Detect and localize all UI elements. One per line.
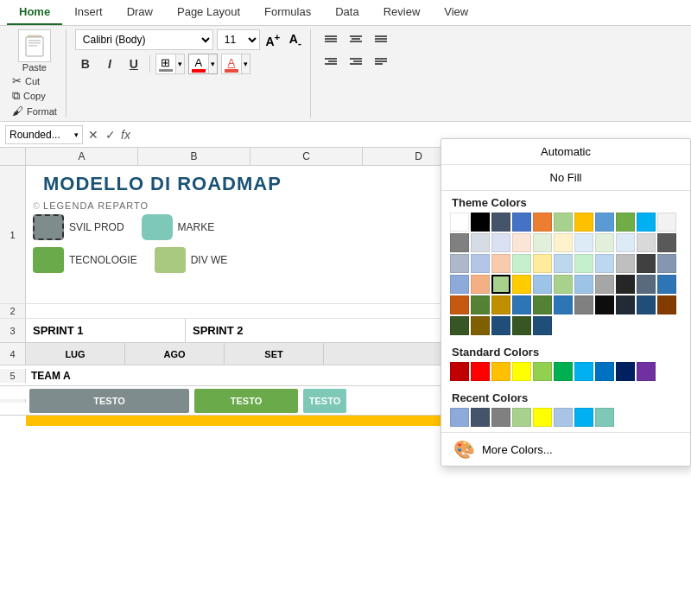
- standard-color-swatch[interactable]: [574, 362, 593, 381]
- theme-color-swatch[interactable]: [554, 233, 573, 252]
- tab-page-layout[interactable]: Page Layout: [165, 0, 252, 25]
- theme-color-swatch[interactable]: [637, 213, 656, 232]
- increase-font-button[interactable]: A+: [263, 30, 282, 49]
- tab-data[interactable]: Data: [323, 0, 371, 25]
- indent-increase-button[interactable]: [345, 52, 367, 71]
- theme-color-swatch[interactable]: [471, 295, 490, 314]
- theme-color-swatch[interactable]: [637, 275, 656, 294]
- theme-color-swatch[interactable]: [512, 213, 531, 232]
- theme-color-swatch[interactable]: [554, 295, 573, 314]
- theme-color-swatch[interactable]: [657, 295, 676, 314]
- recent-color-swatch[interactable]: [512, 408, 531, 427]
- font-name-select[interactable]: Calibri (Body): [75, 29, 213, 50]
- font-size-select[interactable]: 11: [217, 29, 260, 50]
- wrap-text-button[interactable]: [370, 52, 392, 71]
- theme-color-swatch[interactable]: [533, 213, 552, 232]
- theme-color-swatch[interactable]: [616, 233, 635, 252]
- theme-color-swatch[interactable]: [512, 275, 531, 294]
- standard-color-swatch[interactable]: [637, 362, 656, 381]
- cut-button[interactable]: ✂ Cut: [12, 74, 57, 87]
- align-center-button[interactable]: [345, 29, 367, 48]
- standard-color-swatch[interactable]: [471, 362, 490, 381]
- tab-insert[interactable]: Insert: [62, 0, 115, 25]
- font-color-dropdown-arrow[interactable]: ▾: [241, 54, 250, 73]
- theme-color-swatch[interactable]: [491, 316, 510, 335]
- theme-color-swatch[interactable]: [574, 213, 593, 232]
- decrease-font-button[interactable]: A-: [286, 30, 305, 49]
- theme-color-swatch[interactable]: [616, 295, 635, 314]
- underline-button[interactable]: U: [124, 54, 144, 74]
- col-a-header[interactable]: A: [26, 148, 138, 165]
- theme-color-swatch[interactable]: [574, 254, 593, 273]
- theme-color-swatch[interactable]: [512, 233, 531, 252]
- theme-color-swatch[interactable]: [471, 316, 490, 335]
- name-box[interactable]: Rounded... ▾: [5, 125, 83, 144]
- paste-button[interactable]: Paste: [18, 29, 51, 73]
- fill-color-dropdown-arrow[interactable]: ▾: [208, 54, 217, 73]
- bold-button[interactable]: B: [75, 54, 96, 74]
- theme-color-swatch[interactable]: [471, 213, 490, 232]
- theme-color-swatch[interactable]: [471, 233, 490, 252]
- standard-color-swatch[interactable]: [554, 362, 573, 381]
- theme-color-swatch[interactable]: [450, 233, 469, 252]
- theme-color-swatch[interactable]: [554, 275, 573, 294]
- standard-color-swatch[interactable]: [595, 362, 614, 381]
- theme-color-swatch[interactable]: [471, 254, 490, 273]
- theme-color-swatch[interactable]: [533, 295, 552, 314]
- theme-color-swatch[interactable]: [471, 275, 490, 294]
- borders-button[interactable]: ⊞ ▾: [155, 54, 185, 74]
- more-colors-button[interactable]: 🎨 More Colors...: [441, 432, 690, 466]
- copy-button[interactable]: ⧉ Copy: [12, 89, 57, 103]
- standard-color-swatch[interactable]: [616, 362, 635, 381]
- align-right-button[interactable]: [370, 29, 392, 48]
- theme-color-swatch[interactable]: [491, 295, 510, 314]
- theme-color-swatch[interactable]: [657, 213, 676, 232]
- fill-color-button[interactable]: A ▾: [188, 54, 218, 74]
- confirm-icon[interactable]: ✓: [105, 128, 116, 142]
- theme-color-swatch[interactable]: [533, 233, 552, 252]
- theme-color-swatch[interactable]: [616, 213, 635, 232]
- theme-color-swatch[interactable]: [450, 213, 469, 232]
- format-button[interactable]: 🖌 Format: [12, 105, 57, 117]
- tab-draw[interactable]: Draw: [115, 0, 165, 25]
- theme-color-swatch[interactable]: [595, 295, 614, 314]
- col-c-header[interactable]: C: [250, 148, 363, 165]
- theme-color-swatch[interactable]: [533, 316, 552, 335]
- align-top-button[interactable]: [320, 29, 342, 48]
- theme-color-swatch[interactable]: [491, 213, 510, 232]
- theme-color-swatch[interactable]: [574, 233, 593, 252]
- font-color-button[interactable]: A ▾: [221, 54, 250, 74]
- theme-color-swatch[interactable]: [450, 275, 469, 294]
- theme-color-swatch[interactable]: [491, 233, 510, 252]
- recent-color-swatch[interactable]: [574, 408, 593, 427]
- theme-color-swatch[interactable]: [637, 233, 656, 252]
- col-b-header[interactable]: B: [138, 148, 250, 165]
- theme-color-swatch[interactable]: [533, 275, 552, 294]
- theme-color-swatch[interactable]: [637, 254, 656, 273]
- no-fill-option[interactable]: No Fill: [441, 165, 690, 191]
- recent-color-swatch[interactable]: [491, 408, 510, 427]
- theme-color-swatch[interactable]: [512, 254, 531, 273]
- theme-color-swatch[interactable]: [595, 213, 614, 232]
- theme-color-swatch[interactable]: [512, 316, 531, 335]
- theme-color-swatch[interactable]: [491, 275, 510, 294]
- automatic-option[interactable]: Automatic: [441, 139, 690, 165]
- recent-color-swatch[interactable]: [554, 408, 573, 427]
- recent-color-swatch[interactable]: [450, 408, 469, 427]
- italic-button[interactable]: I: [99, 54, 120, 74]
- tab-review[interactable]: Review: [371, 0, 433, 25]
- theme-color-swatch[interactable]: [512, 295, 531, 314]
- recent-color-swatch[interactable]: [471, 408, 490, 427]
- recent-color-swatch[interactable]: [595, 408, 614, 427]
- theme-color-swatch[interactable]: [595, 254, 614, 273]
- standard-color-swatch[interactable]: [512, 362, 531, 381]
- theme-color-swatch[interactable]: [657, 254, 676, 273]
- theme-color-swatch[interactable]: [657, 275, 676, 294]
- theme-color-swatch[interactable]: [574, 295, 593, 314]
- name-box-arrow[interactable]: ▾: [74, 130, 79, 139]
- indent-decrease-button[interactable]: [320, 52, 342, 71]
- theme-color-swatch[interactable]: [595, 233, 614, 252]
- tab-formulas[interactable]: Formulas: [252, 0, 323, 25]
- theme-color-swatch[interactable]: [595, 275, 614, 294]
- theme-color-swatch[interactable]: [533, 254, 552, 273]
